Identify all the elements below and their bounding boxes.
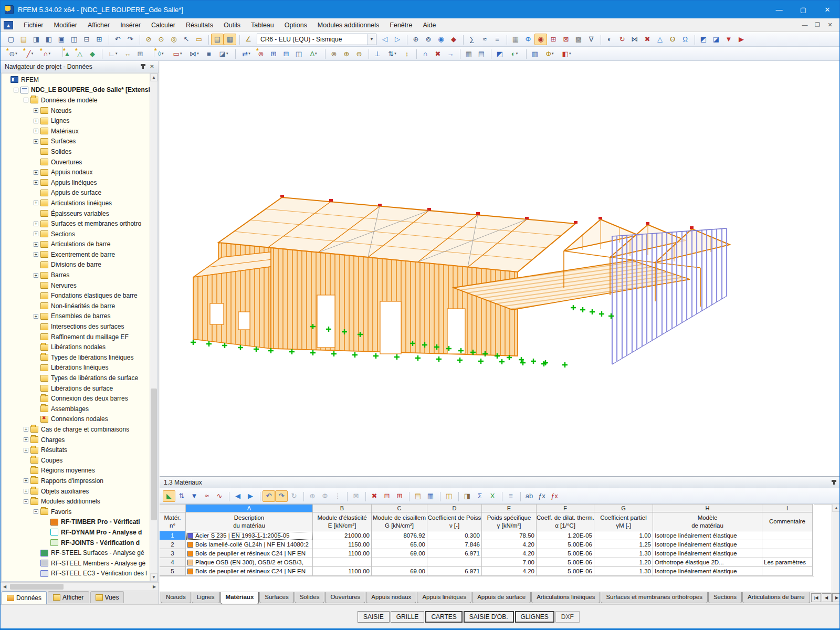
filter-objects[interactable]: ∇	[585, 34, 597, 45]
description-cell[interactable]: Bois de peuplier et résineux C24 | NF EN	[186, 567, 313, 576]
description-cell[interactable]: Bois lamellé-collé GL24h | NF EN 14080:2	[186, 540, 313, 549]
specific-weight-cell[interactable]: 4.20	[482, 549, 537, 558]
tree-item[interactable]: Articulations de barre	[2, 239, 158, 250]
material-model-cell[interactable]: Isotrope linéairement élastique	[653, 567, 762, 576]
shear-modulus-cell[interactable]: 69.00	[372, 549, 427, 558]
mesh-quality[interactable]: ▩	[572, 34, 585, 45]
navigator-tab[interactable]: Données	[2, 591, 47, 604]
table-row[interactable]: 5 Bois de peuplier et résineux C24 | NF …	[160, 567, 840, 576]
expander-icon[interactable]	[34, 222, 38, 226]
partial-factor-cell[interactable]: 1.30	[594, 567, 653, 576]
expander-icon[interactable]	[24, 98, 28, 102]
shear-modulus-cell[interactable]: 8076.92	[372, 531, 427, 540]
result-curves[interactable]: ∿	[213, 490, 226, 502]
specific-weight-cell[interactable]: 4.20	[482, 567, 537, 576]
new-line[interactable]: ╱	[22, 48, 38, 59]
edit-comment[interactable]: ◫	[443, 490, 455, 502]
zoom-object[interactable]: ⊙	[155, 34, 167, 45]
insert-special[interactable]: Φ	[319, 490, 331, 502]
tree-item[interactable]: Appuis linéiques	[2, 177, 158, 188]
mesh-refinement[interactable]: ⊞	[547, 34, 560, 45]
delete-table[interactable]: ✖	[368, 490, 381, 502]
undo[interactable]: ↶	[111, 34, 124, 45]
description-cell[interactable]: Bois de peuplier et résineux C24 | NF EN	[186, 549, 313, 558]
menu-item[interactable]: Modules additionnels	[312, 19, 384, 31]
thermal-coefficient-cell[interactable]: 5.00E-06	[537, 549, 594, 558]
menu-item[interactable]: Outils	[218, 19, 246, 31]
table-tab[interactable]: Sections	[708, 592, 742, 603]
table-view-blue[interactable]: ▦	[424, 490, 437, 502]
close-button[interactable]: ✕	[815, 1, 839, 18]
tables-toggle[interactable]: ▦	[224, 34, 236, 45]
renumber-objects[interactable]: ⇅	[384, 48, 401, 59]
poisson-cell[interactable]: 7.846	[427, 540, 482, 549]
mesh-points[interactable]: ⊠	[560, 34, 572, 45]
thermal-coefficient-cell[interactable]: 5.00E-06	[537, 567, 594, 576]
menu-item[interactable]: Afficher	[82, 19, 115, 31]
print-view-1[interactable]: ▼	[722, 34, 735, 45]
table-row[interactable]: 1 Acier S 235 | EN 1993-1-1:2005-05 2100…	[160, 531, 840, 540]
table-tab[interactable]: Appuis nodaux	[366, 592, 416, 603]
expander-icon[interactable]	[24, 478, 28, 483]
tree-item[interactable]: RF-TIMBER Pro - Vérificati	[2, 517, 158, 528]
select-window[interactable]: ⊞	[134, 48, 146, 59]
material-model-cell[interactable]: Isotrope linéairement élastique	[653, 540, 762, 549]
table-row[interactable]: 3 Bois de peuplier et résineux C24 | NF …	[160, 549, 840, 558]
render-solid-view[interactable]: ◆	[86, 48, 99, 59]
pointer-mode[interactable]: ↖	[180, 34, 193, 45]
tree-item[interactable]: Types de libérations linéiques	[2, 352, 158, 363]
zoom-out[interactable]: ⊖	[353, 48, 365, 59]
more-options[interactable]: ⋮	[331, 490, 344, 502]
material-model-cell[interactable]: Isotrope linéairement élastique	[653, 531, 762, 540]
tree-item[interactable]: Lignes	[2, 116, 158, 126]
poisson-cell[interactable]: 0.300	[427, 531, 482, 540]
new-opening[interactable]: ▭	[169, 48, 186, 59]
table-tab[interactable]: Matériaux	[220, 592, 259, 604]
row-number[interactable]: 4	[160, 558, 186, 567]
tree-item[interactable]: RF-STEEL EC3 - Vérification des l	[2, 569, 158, 579]
column-right[interactable]: ▶	[244, 490, 257, 502]
comment-cell[interactable]	[762, 531, 813, 540]
partial-factor-cell[interactable]: 1.20	[594, 558, 653, 567]
row-number[interactable]: 1	[160, 531, 186, 540]
rotate-3d-view[interactable]: ↻	[616, 34, 628, 45]
tree-item[interactable]: Non-linéarités de barre	[2, 301, 158, 311]
column-letter[interactable]: H	[653, 504, 762, 512]
column-letter[interactable]: I	[762, 504, 813, 512]
table-row[interactable]: 4 Plaque OSB (EN 300), OSB/2 et OSB/3, 7…	[160, 558, 840, 567]
print-preview[interactable]: ⊞	[93, 34, 106, 45]
poisson-cell[interactable]: 6.971	[427, 567, 482, 576]
divide-member[interactable]: ⊟	[280, 48, 292, 59]
column-letter[interactable]	[160, 504, 186, 512]
column-letter[interactable]: D	[427, 504, 482, 512]
tab-nav-button[interactable]: ◀	[822, 593, 832, 602]
menu-item[interactable]: Calculer	[146, 19, 181, 31]
table-tab[interactable]: Appuis linéiques	[417, 592, 471, 603]
menu-item[interactable]: Insérer	[115, 19, 146, 31]
table-sort[interactable]: ⇅	[175, 490, 188, 502]
visibility-mode[interactable]: ◐	[603, 34, 616, 45]
tree-item[interactable]: Appuis nodaux	[2, 167, 158, 177]
tree-item[interactable]: Solides	[2, 146, 158, 157]
new-node[interactable]: ⊙	[5, 48, 22, 59]
formula-fx[interactable]: ƒx	[536, 490, 548, 502]
thermal-coefficient-cell[interactable]: 5.00E-06	[537, 540, 594, 549]
menu-item[interactable]: Résultats	[181, 19, 218, 31]
tab-settings[interactable]: ▦	[463, 48, 475, 59]
expander-icon[interactable]	[34, 252, 38, 257]
status-toggle[interactable]: SAISIE	[358, 611, 390, 623]
table-tab[interactable]: Articulations linéiques	[531, 592, 600, 603]
delete-column[interactable]: ⊟	[381, 490, 393, 502]
show-load-values[interactable]: ⊚	[422, 34, 435, 45]
shear-modulus-cell[interactable]	[372, 558, 427, 567]
thermal-coefficient-cell[interactable]: 5.00E-06	[537, 558, 594, 567]
tree-item[interactable]: RF-DYNAM Pro - Analyse d	[2, 527, 158, 538]
menu-item[interactable]: Tableau	[246, 19, 279, 31]
previous-load-case[interactable]: ◁	[379, 34, 391, 45]
new-model[interactable]: ▢	[5, 34, 17, 45]
scroll-up-icon[interactable]: ▲	[150, 74, 158, 81]
tree-item[interactable]: RF-STEEL Surfaces - Analyse gé	[2, 548, 158, 558]
load-case-combobox[interactable]: CR6 - ELU (EQU) - Sismique ▼	[257, 34, 376, 45]
next-load-case[interactable]: ▷	[391, 34, 404, 45]
tree-item[interactable]: Assemblages	[2, 404, 158, 414]
